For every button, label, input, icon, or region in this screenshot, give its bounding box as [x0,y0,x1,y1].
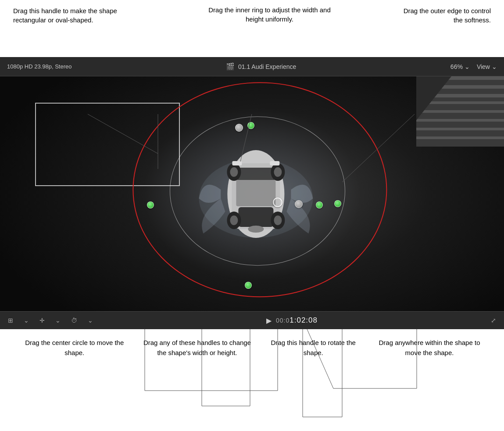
control-right-group: ⤢ [488,316,499,325]
view-toggle-icon[interactable]: ⊞ [5,316,16,325]
annotation-bottom-right: Drag anywhere within the shape to move t… [372,338,486,358]
svg-rect-4 [238,207,273,227]
annotation-top-right: Drag the outer edge to control the softn… [394,5,491,25]
svg-rect-5 [236,180,275,206]
view-control[interactable]: View ⌄ [477,63,497,70]
inner-ring-bottom-handle[interactable] [245,282,252,289]
clip-title-area: 🎬 01.1 Audi Experience [226,62,296,71]
control-left-group: ⊞ ⌄ ✛ ⌄ ⏱ ⌄ [5,316,96,325]
clapper-icon: 🎬 [226,62,235,71]
fullscreen-icon[interactable]: ⤢ [488,316,499,325]
annotation-top-center: Drag the inner ring to adjust the width … [208,5,331,24]
transform-icon[interactable]: ✛ [37,316,47,325]
video-frame [0,76,504,311]
zoom-control[interactable]: 66% ⌄ [450,63,470,70]
transform-chevron[interactable]: ⌄ [53,316,63,325]
video-container: 1080p HD 23.98p, Stereo 🎬 01.1 Audi Expe… [0,57,504,329]
svg-point-13 [274,216,282,225]
svg-point-14 [248,226,264,233]
view-chevron-icon: ⌄ [492,63,497,70]
resolution-label: 1080p HD 23.98p, Stereo [7,63,71,70]
rotate-handle [295,200,303,208]
header-right-controls: 66% ⌄ View ⌄ [450,63,497,70]
inner-ring-top-handle[interactable] [235,124,243,132]
svg-point-12 [230,216,238,225]
svg-point-10 [230,167,238,177]
timecode-main: 1:02:08 [290,316,318,324]
outer-ring-right-handle[interactable] [334,200,341,207]
annotation-bottom-center: Drag any of these handles to change the … [140,338,254,358]
control-bar: ⊞ ⌄ ✛ ⌄ ⏱ ⌄ ▶ 00:01:02:08 ⤢ [0,311,504,329]
car-image [194,111,317,277]
center-circle-handle[interactable] [273,198,282,207]
zoom-label: 66% [450,63,463,70]
svg-rect-15 [232,161,242,165]
timecode-prefix: 00:0 [276,317,290,324]
inner-ring-right-handle[interactable] [316,201,323,208]
view-toggle-chevron[interactable]: ⌄ [21,316,32,325]
view-label: View [477,63,490,70]
play-button[interactable]: ▶ [266,316,272,325]
speed-icon[interactable]: ⏱ [68,316,80,325]
header-bar: 1080p HD 23.98p, Stereo 🎬 01.1 Audi Expe… [0,57,504,76]
bottom-annotation-area: Drag the center circle to move the shape… [0,329,504,431]
annotation-top-left: Drag this handle to make the shape recta… [13,5,145,25]
top-annotation-area: Drag this handle to make the shape recta… [0,0,504,57]
playback-controls: ▶ 00:01:02:08 [266,316,318,325]
corner-structure [416,76,504,147]
inner-ring-left-handle[interactable] [147,201,154,208]
timecode-display: 00:01:02:08 [276,316,318,325]
annotation-bottom-rotate: Drag this handle to rotate the shape. [263,338,364,358]
svg-rect-16 [270,161,279,165]
annotation-bottom-left: Drag the center circle to move the shape… [18,338,131,358]
clip-name: 01.1 Audi Experience [238,63,296,70]
speed-chevron[interactable]: ⌄ [85,316,96,325]
zoom-chevron-icon: ⌄ [465,63,470,70]
outer-ring-top-handle[interactable] [247,122,254,129]
svg-point-11 [274,167,282,177]
